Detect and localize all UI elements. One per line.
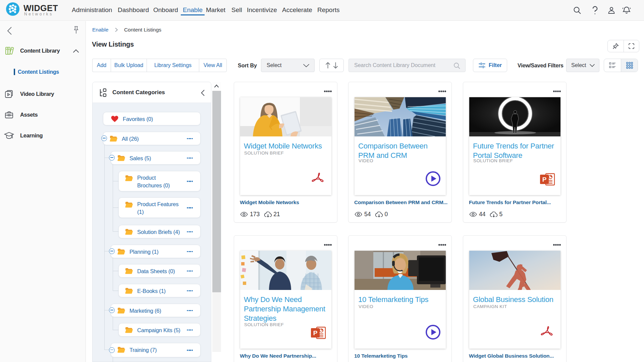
svg-text:P: P (313, 329, 318, 337)
svg-text:P: P (542, 176, 547, 183)
